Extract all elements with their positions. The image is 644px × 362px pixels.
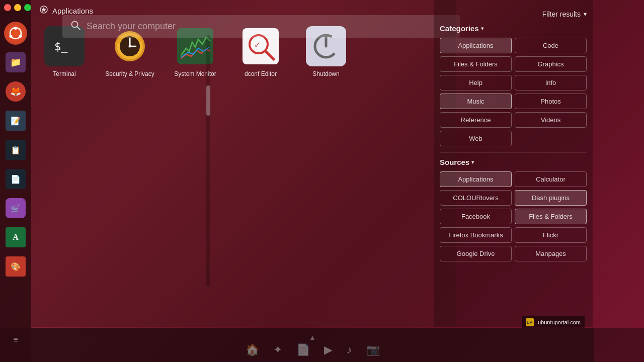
sidebar-item-ubuntu[interactable]	[3, 20, 29, 46]
watermark-logo: LP	[526, 318, 534, 326]
categories-grid: Applications Code Files & Folders Graphi…	[440, 38, 587, 146]
filter-results-label: Filter results	[542, 10, 581, 18]
svg-text:✓: ✓	[255, 39, 260, 50]
source-btn-facebook[interactable]: Facebook	[440, 209, 512, 224]
source-btn-manpages[interactable]: Manpages	[515, 246, 587, 261]
filter-results-arrow: ▾	[584, 11, 587, 18]
sidebar-item-files[interactable]: 📁	[3, 49, 29, 75]
sidebar-item-text[interactable]: A	[3, 224, 29, 250]
sidebar: 📁 🦊 📝 📋 📄 🛒 A 🎨 ≡	[0, 0, 31, 362]
sidebar-item-paint[interactable]: 🎨	[3, 253, 29, 280]
sources-title-text: Sources	[440, 158, 469, 166]
right-panel: Filter results ▾ Categories ▾ Applicatio…	[434, 0, 593, 327]
sidebar-item-store[interactable]: 🛒	[3, 195, 29, 221]
scrollbar-thumb[interactable]	[206, 85, 210, 116]
svg-line-5	[77, 27, 80, 30]
close-button[interactable]	[4, 4, 11, 11]
category-btn-music[interactable]: Music	[440, 94, 512, 109]
source-btn-colourlovers[interactable]: COLOURlovers	[440, 190, 512, 206]
search-svg	[70, 20, 80, 30]
files-icon: 📁	[6, 52, 26, 72]
svg-point-3	[19, 35, 22, 38]
terminal-label: Terminal	[53, 70, 75, 77]
dconf-label: dconf Editor	[245, 70, 277, 77]
watermark: LP ubuntuportal.com	[522, 316, 585, 328]
apps-category-icon	[39, 5, 48, 14]
notes1-icon: 📝	[6, 111, 26, 131]
source-btn-google-drive[interactable]: Google Drive	[440, 246, 512, 261]
category-btn-videos[interactable]: Videos	[515, 112, 587, 128]
firefox-icon: 🦊	[6, 81, 26, 102]
scrollbar[interactable]	[206, 35, 210, 287]
sidebar-item-bottom[interactable]: ≡	[3, 327, 29, 353]
search-input[interactable]	[87, 21, 452, 32]
text-icon: A	[6, 227, 26, 247]
svg-marker-7	[41, 7, 46, 12]
category-btn-files-folders[interactable]: Files & Folders	[440, 56, 512, 72]
apps-section-title: Applications	[52, 7, 93, 15]
svg-point-15	[129, 45, 131, 48]
category-btn-help[interactable]: Help	[440, 75, 512, 90]
source-btn-firefox-bookmarks[interactable]: Firefox Bookmarks	[440, 227, 512, 243]
sidebar-item-notes2[interactable]: 📋	[3, 137, 29, 163]
category-btn-applications[interactable]: Applications	[440, 38, 512, 53]
search-icon	[70, 20, 80, 33]
ubuntu-icon	[9, 27, 22, 40]
notes2-icon: 📋	[6, 140, 26, 160]
apps-header-icon	[39, 5, 48, 16]
mouse-cursor	[588, 142, 590, 150]
paint-icon: 🎨	[6, 256, 26, 277]
svg-point-2	[10, 35, 13, 38]
filter-results-button[interactable]: Filter results ▾	[440, 6, 587, 24]
category-btn-web[interactable]: Web	[440, 131, 512, 146]
category-btn-photos[interactable]: Photos	[515, 94, 587, 109]
minimize-button[interactable]	[14, 4, 21, 11]
sources-arrow-icon: ▾	[471, 159, 474, 165]
category-btn-info[interactable]: Info	[515, 75, 587, 90]
main-area: Applications $_ Terminal	[31, 0, 456, 327]
categories-title: Categories ▾	[440, 24, 587, 33]
sidebar-item-notes1[interactable]: 📝	[3, 108, 29, 134]
security-label: Security & Privacy	[105, 70, 154, 77]
title-bar	[4, 4, 31, 11]
svg-text:$_: $_	[54, 40, 68, 53]
svg-point-1	[14, 27, 17, 30]
desktop-bar	[0, 328, 644, 362]
category-btn-code[interactable]: Code	[515, 38, 587, 53]
category-btn-reference[interactable]: Reference	[440, 112, 512, 128]
settings-icon: ≡	[6, 330, 26, 350]
sidebar-item-notes3[interactable]: 📄	[3, 166, 29, 192]
maximize-button[interactable]	[24, 4, 31, 11]
sources-title: Sources ▾	[440, 158, 587, 166]
ubuntu-logo	[4, 22, 27, 45]
sources-grid: Applications Calculator COLOURlovers Das…	[440, 171, 587, 261]
store-icon: 🛒	[6, 198, 26, 218]
shutdown-label: Shutdown	[312, 70, 339, 77]
sidebar-item-firefox[interactable]: 🦊	[3, 78, 29, 105]
source-btn-calculator[interactable]: Calculator	[515, 171, 587, 187]
divider	[440, 152, 587, 153]
source-btn-flickr[interactable]: Flickr	[515, 227, 587, 243]
category-btn-graphics[interactable]: Graphics	[515, 56, 587, 72]
source-btn-applications[interactable]: Applications	[440, 171, 512, 187]
search-bar	[62, 15, 460, 38]
notes3-icon: 📄	[6, 169, 26, 189]
categories-title-text: Categories	[440, 24, 479, 33]
source-btn-dash-plugins[interactable]: Dash plugins	[515, 190, 587, 206]
categories-arrow-icon: ▾	[481, 26, 484, 31]
watermark-text: ubuntuportal.com	[538, 319, 581, 325]
source-btn-files-folders[interactable]: Files & Folders	[515, 209, 587, 224]
